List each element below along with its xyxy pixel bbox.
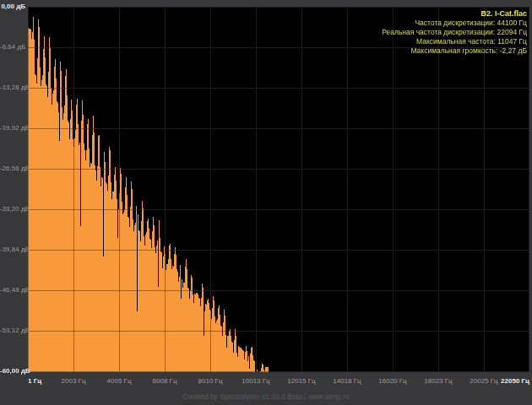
- y-tick-label: -6,64 дБ: [0, 43, 25, 51]
- x-tick-label: 16020 Гц: [370, 377, 415, 386]
- spectralyzer-window: { "window": { "bg_color": "#38383A", "fo…: [0, 0, 532, 405]
- file-info-line: Максимальная частота: 11047 Гц: [382, 37, 527, 46]
- y-tick-label: -33,20 дБ: [0, 205, 25, 213]
- x-tick-label: 8010 Гц: [187, 377, 233, 386]
- x-tick-label: 12015 Гц: [279, 377, 324, 386]
- file-info-line: Частота дискретизации: 44100 Гц: [382, 19, 527, 28]
- y-tick-label: -60,00 дБ: [0, 367, 25, 375]
- y-tick-label: -46,48 дБ: [0, 286, 25, 294]
- file-info-panel: B2. I-Cat.flac Частота дискретизации: 44…: [382, 8, 527, 56]
- x-tick-label: 22050 Гц: [470, 377, 529, 386]
- footer-credit: Created by Spectralyzer v1.00.6 Beta / w…: [0, 392, 532, 401]
- y-tick-label: 0,00 дБ: [0, 3, 25, 11]
- y-tick-label: -39,84 дБ: [0, 246, 25, 254]
- file-info-line: Максимальная громкость: -2,27 дБ: [382, 46, 527, 56]
- spectrum-plot-area: B2. I-Cat.flac Частота дискретизации: 44…: [28, 7, 529, 372]
- file-info-line: Реальная частота дискретизации: 22094 Гц: [382, 28, 527, 37]
- y-tick-label: -13,28 дБ: [0, 84, 25, 92]
- x-tick-label: 6008 Гц: [142, 377, 187, 386]
- x-tick-label: 4005 Гц: [96, 377, 142, 386]
- x-tick-label: 14018 Гц: [324, 377, 370, 386]
- x-tick-label: 10013 Гц: [233, 377, 279, 386]
- file-info-lines: Частота дискретизации: 44100 ГцРеальная …: [382, 19, 527, 56]
- y-tick-label: -26,56 дБ: [0, 165, 25, 173]
- spectrum-canvas: [28, 7, 529, 372]
- file-title: B2. I-Cat.flac: [382, 8, 527, 19]
- y-tick-label: -19,92 дБ: [0, 124, 25, 132]
- x-tick-label: 18023 Гц: [415, 377, 461, 386]
- y-tick-label: -53,12 дБ: [0, 327, 25, 335]
- x-tick-label: 2003 Гц: [51, 377, 96, 386]
